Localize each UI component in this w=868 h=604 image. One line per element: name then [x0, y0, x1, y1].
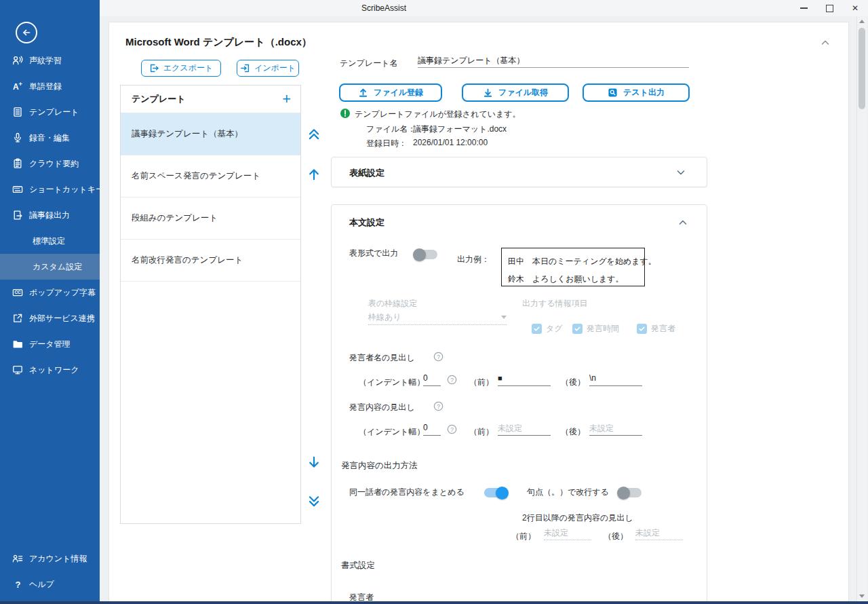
template-item-label: 段組みのテンプレート — [132, 212, 218, 224]
export-button[interactable]: エクスポート — [141, 60, 221, 77]
sidebar-item-label: アカウント情報 — [29, 553, 87, 565]
table-output-toggle[interactable] — [414, 250, 437, 259]
sidebar-item-label: ヘルプ — [29, 579, 54, 590]
help-icon[interactable]: ? — [447, 375, 457, 385]
scrollbar-up-button[interactable] — [857, 16, 867, 26]
cover-settings-section[interactable]: 表紙設定 — [331, 157, 707, 187]
sidebar-menu: 声紋学習 A+ 単語登録 テンプレート 録音・編集 クラウド要約 ショートカット… — [0, 48, 100, 383]
content-before-value: 未設定 — [498, 423, 522, 433]
checkbox-checked-icon — [532, 324, 542, 334]
back-button[interactable] — [16, 22, 37, 43]
minimize-button[interactable] — [791, 0, 816, 16]
upload-icon — [358, 88, 368, 98]
maximize-button[interactable] — [816, 0, 842, 16]
data-management-icon — [12, 339, 23, 350]
sidebar-item-cloud-summary[interactable]: クラウド要約 — [0, 151, 100, 176]
vertical-scrollbar[interactable] — [856, 16, 867, 601]
sidebar-item-record-edit[interactable]: 録音・編集 — [0, 125, 100, 151]
collapse-section-icon[interactable] — [820, 37, 831, 48]
output-example-label: 出力例： — [457, 254, 490, 265]
template-name-value: 議事録テンプレート（基本） — [418, 56, 524, 65]
registered-date-label: 登録日時： — [366, 138, 407, 149]
export-button-label: エクスポート — [163, 62, 213, 74]
second-before-input[interactable]: 未設定 — [544, 527, 591, 540]
move-top-icon[interactable] — [307, 128, 321, 141]
sidebar-item-voiceprint[interactable]: 声紋学習 — [0, 48, 100, 73]
template-name-input[interactable]: 議事録テンプレート（基本） — [418, 55, 689, 68]
test-output-label: テスト出力 — [623, 87, 665, 98]
merge-toggle[interactable] — [484, 488, 507, 497]
speech-time-checkbox[interactable]: 発言時間 — [572, 323, 619, 335]
period-break-toggle[interactable] — [618, 488, 642, 497]
help-icon[interactable]: ? — [433, 401, 443, 411]
sidebar-item-custom-settings[interactable]: カスタム設定 — [0, 254, 100, 280]
file-name-value: 議事録フォーマット.docx — [413, 124, 507, 135]
speaker-before-input[interactable]: ■ — [498, 373, 551, 386]
sidebar-item-account-info[interactable]: アカウント情報 — [0, 546, 100, 571]
content-heading-label: 発言内容の見出し — [349, 402, 415, 413]
merge-toggle-label: 同一話者の発言内容をまとめる — [349, 487, 465, 498]
chevron-down-icon[interactable] — [675, 167, 686, 178]
sidebar-item-label: ポップアップ字幕 — [29, 287, 96, 299]
move-down-icon[interactable] — [307, 455, 321, 469]
sidebar-item-help[interactable]: ? ヘルプ — [0, 571, 100, 597]
file-fetch-button[interactable]: ファイル取得 — [462, 83, 569, 102]
sidebar-item-shortcut-key[interactable]: ショートカットキー — [0, 176, 100, 202]
sidebar-item-label: データ管理 — [29, 339, 71, 350]
speaker-indent-value: 0 — [423, 373, 428, 383]
help-icon[interactable]: ? — [447, 424, 457, 434]
toggle-knob — [496, 487, 509, 499]
sidebar-item-label: 録音・編集 — [29, 132, 70, 144]
second-after-input[interactable]: 未設定 — [635, 527, 683, 540]
file-register-button[interactable]: ファイル登録 — [339, 83, 442, 102]
sidebar-item-data-management[interactable]: データ管理 — [0, 331, 100, 357]
before-label: （前） — [469, 426, 494, 438]
after-label: （後） — [604, 531, 628, 542]
speaker-checkbox[interactable]: 発言者 — [637, 323, 675, 335]
template-list-header: テンプレート + — [121, 86, 300, 113]
move-up-icon[interactable] — [307, 168, 321, 181]
import-button[interactable]: インポート — [237, 60, 299, 77]
template-list-item[interactable]: 議事録テンプレート（基本） — [121, 113, 300, 155]
sidebar-item-word-register[interactable]: A+ 単語登録 — [0, 73, 100, 99]
move-bottom-icon[interactable] — [307, 495, 321, 508]
content-before-input[interactable]: 未設定 — [498, 423, 551, 436]
close-button[interactable]: ✕ — [842, 0, 868, 16]
main-area: Microsoft Word テンプレート（.docx） エクスポート インポー… — [100, 16, 868, 601]
period-break-label: 句点（。）で改行する — [527, 487, 609, 498]
sidebar-item-popup-subtitle[interactable]: CC ポップアップ字幕 — [0, 280, 100, 305]
content-indent-input[interactable]: 0 — [423, 423, 441, 436]
svg-text:?: ? — [450, 426, 454, 433]
table-border-value: 枠線あり — [368, 312, 401, 323]
tag-checkbox[interactable]: タグ — [532, 323, 563, 335]
help-icon: ? — [12, 579, 23, 590]
add-template-button[interactable]: + — [282, 92, 291, 107]
template-item-label: 名前改行発言のテンプレート — [132, 254, 243, 266]
content-after-input[interactable]: 未設定 — [589, 423, 642, 436]
speaker-heading-label: 発言者名の見出し — [349, 352, 415, 364]
toggle-knob — [413, 248, 426, 261]
sidebar-item-minutes-output[interactable]: 議事録出力 — [0, 202, 100, 228]
output-method-label: 発言内容の出力方法 — [341, 460, 418, 472]
sidebar-item-network[interactable]: ネットワーク — [0, 357, 100, 383]
speaker-after-input[interactable]: \n — [589, 373, 642, 386]
template-list-item[interactable]: 名前スペース発言のテンプレート — [121, 155, 300, 197]
chevron-up-icon[interactable] — [677, 217, 688, 228]
before-label: （前） — [511, 531, 536, 542]
maximize-icon — [826, 5, 833, 12]
scrollbar-down-button[interactable] — [857, 591, 867, 601]
voiceprint-icon — [12, 55, 23, 66]
sidebar-item-external-service[interactable]: 外部サービス連携 — [0, 305, 100, 331]
template-list-item[interactable]: 段組みのテンプレート — [121, 197, 300, 240]
template-list-item[interactable]: 名前改行発言のテンプレート — [121, 240, 300, 282]
second-before-value: 未設定 — [544, 528, 568, 537]
sidebar-item-template[interactable]: テンプレート — [0, 99, 100, 125]
speaker-indent-input[interactable]: 0 — [423, 373, 441, 386]
scrollbar-thumb[interactable] — [859, 28, 865, 109]
table-border-select[interactable]: 枠線あり — [368, 310, 507, 325]
test-output-button[interactable]: テスト出力 — [583, 83, 690, 102]
app-window: ScribeAssist ✕ 声紋学習 A+ 単語登録 テンプレート — [0, 0, 868, 604]
sidebar-item-standard-settings[interactable]: 標準設定 — [0, 228, 100, 254]
help-icon[interactable]: ? — [433, 352, 443, 362]
file-register-label: ファイル登録 — [374, 87, 423, 98]
